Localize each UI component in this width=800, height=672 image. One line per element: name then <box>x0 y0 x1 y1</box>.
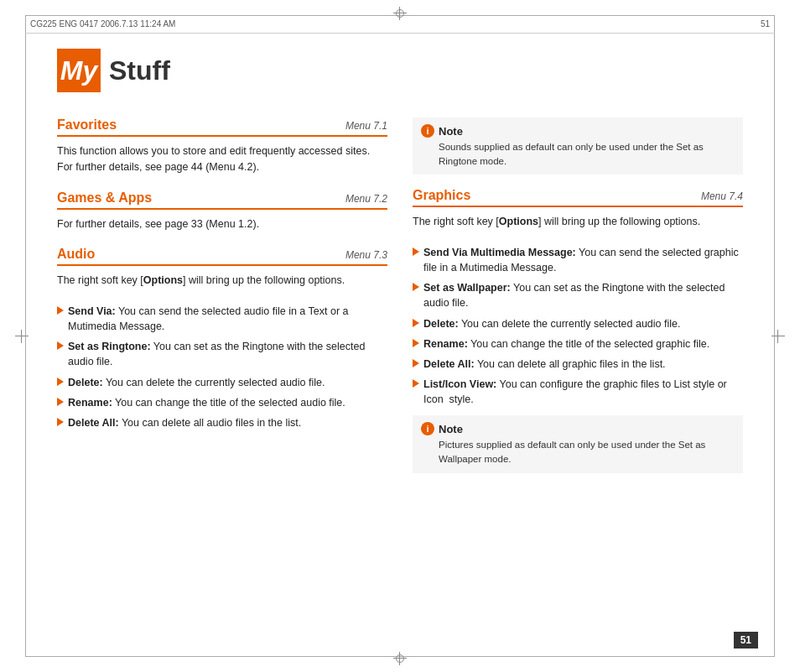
audio-title: Audio <box>57 247 95 262</box>
bullet-text: Send Via: You can send the selected audi… <box>68 304 387 334</box>
bullet-triangle-icon <box>413 379 419 388</box>
crosshair-left <box>15 330 29 343</box>
page-number-badge: 51 <box>734 632 758 649</box>
list-item: Delete: You can delete the currently sel… <box>413 316 743 331</box>
bullet-text: Delete All: You can delete all audio fil… <box>68 415 387 430</box>
header-bar: CG225 ENG 0417 2006.7.13 11:24 AM 51 <box>25 15 775 34</box>
title-stuff: Stuff <box>109 55 170 86</box>
bullet-triangle-icon <box>57 418 64 426</box>
favorites-body: This function allows you to store and ed… <box>57 143 387 175</box>
audio-note-title: Note <box>439 125 463 138</box>
header-right: 51 <box>761 19 770 29</box>
title-my: My <box>60 55 97 86</box>
crosshair-right <box>771 330 785 343</box>
title-orange-block: My <box>57 49 101 92</box>
bullet-text: Delete All: You can delete all graphic f… <box>423 357 743 372</box>
audio-body: The right soft key [Options] will bring … <box>57 273 387 289</box>
favorites-menu: Menu 7.1 <box>345 120 387 132</box>
note-icon: i <box>421 124 434 138</box>
audio-menu: Menu 7.3 <box>345 249 387 261</box>
favorites-heading: Favorites Menu 7.1 <box>57 117 387 137</box>
list-item: Set as Wallpaper: You can set as the Rin… <box>413 280 743 310</box>
games-apps-menu: Menu 7.2 <box>345 193 387 205</box>
graphics-note-text: Pictures supplied as default can only be… <box>421 438 735 466</box>
graphics-title: Graphics <box>413 188 470 203</box>
list-item: Set as Ringtone: You can set as the Ring… <box>57 339 387 369</box>
audio-note-box: i Note Sounds supplied as default can on… <box>413 117 743 175</box>
audio-heading: Audio Menu 7.3 <box>57 247 387 266</box>
graphics-body: The right soft key [Options] will bring … <box>413 214 743 230</box>
favorites-title: Favorites <box>57 117 117 133</box>
games-apps-title: Games & Apps <box>57 190 152 206</box>
section-favorites: Favorites Menu 7.1 This function allows … <box>57 117 387 175</box>
right-column: i Note Sounds supplied as default can on… <box>413 117 743 630</box>
audio-bullet-list: Send Via: You can send the selected audi… <box>57 304 387 430</box>
content-area: Favorites Menu 7.1 This function allows … <box>57 117 743 630</box>
graphics-bullet-list: Send Via Multimedia Message: You can sen… <box>413 245 743 407</box>
bullet-triangle-icon <box>413 339 419 347</box>
bullet-text: Set as Ringtone: You can set as the Ring… <box>68 339 387 369</box>
bullet-text: Set as Wallpaper: You can set as the Rin… <box>423 280 743 310</box>
bullet-triangle-icon <box>413 283 419 291</box>
audio-note-text: Sounds supplied as default can only be u… <box>421 140 735 168</box>
bullet-text: List/Icon View: You can configure the gr… <box>423 377 743 407</box>
bullet-triangle-icon <box>413 319 419 327</box>
bullet-triangle-icon <box>413 247 419 256</box>
bullet-triangle-icon <box>57 341 64 350</box>
graphics-heading: Graphics Menu 7.4 <box>413 188 743 207</box>
games-apps-body: For further details, see page 33 (Menu 1… <box>57 216 387 232</box>
bullet-text: Delete: You can delete the currently sel… <box>68 375 387 390</box>
crosshair-bottom <box>393 652 407 665</box>
bullet-text: Rename: You can change the title of the … <box>423 336 743 352</box>
section-graphics: Graphics Menu 7.4 The right soft key [Op… <box>413 188 743 472</box>
bullet-text: Delete: You can delete the currently sel… <box>423 316 743 331</box>
bullet-triangle-icon <box>57 398 64 406</box>
list-item: Send Via: You can send the selected audi… <box>57 304 387 334</box>
list-item: List/Icon View: You can configure the gr… <box>413 377 743 407</box>
graphics-note-box: i Note Pictures supplied as default can … <box>413 415 743 472</box>
audio-note-title-row: i Note <box>421 124 735 138</box>
list-item: Send Via Multimedia Message: You can sen… <box>413 245 743 275</box>
header-left: CG225 ENG 0417 2006.7.13 11:24 AM <box>30 19 175 29</box>
bullet-triangle-icon <box>57 378 64 386</box>
list-item: Rename: You can change the title of the … <box>57 395 387 410</box>
graphics-note-title: Note <box>439 423 463 435</box>
bullet-text: Send Via Multimedia Message: You can sen… <box>423 245 743 275</box>
bullet-text: Rename: You can change the title of the … <box>68 395 387 410</box>
graphics-menu: Menu 7.4 <box>701 190 743 202</box>
list-item: Delete All: You can delete all audio fil… <box>57 415 387 430</box>
list-item: Rename: You can change the title of the … <box>413 336 743 352</box>
note-icon: i <box>421 422 434 435</box>
section-audio: Audio Menu 7.3 The right soft key [Optio… <box>57 247 387 430</box>
left-column: Favorites Menu 7.1 This function allows … <box>57 117 387 630</box>
page-title-section: My Stuff <box>57 49 170 92</box>
games-apps-heading: Games & Apps Menu 7.2 <box>57 190 387 210</box>
graphics-note-title-row: i Note <box>421 422 735 435</box>
bullet-triangle-icon <box>413 359 419 367</box>
bullet-triangle-icon <box>57 306 64 315</box>
list-item: Delete: You can delete the currently sel… <box>57 375 387 390</box>
list-item: Delete All: You can delete all graphic f… <box>413 357 743 372</box>
section-games-apps: Games & Apps Menu 7.2 For further detail… <box>57 190 387 232</box>
